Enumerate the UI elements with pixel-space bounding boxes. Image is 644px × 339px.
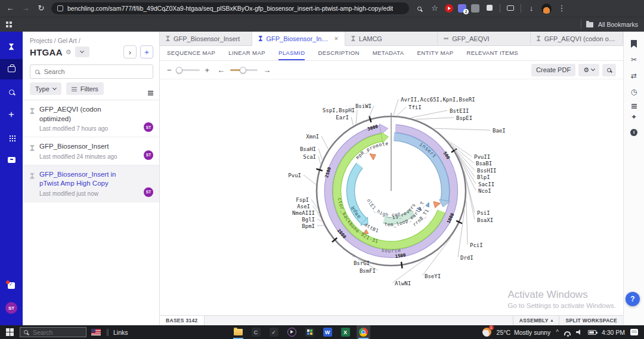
nav-apps-button[interactable] — [0, 127, 23, 147]
back-icon[interactable]: ← — [5, 3, 16, 14]
notification-center-icon[interactable] — [630, 329, 638, 335]
enzyme-label-BsmFI[interactable]: BsmFI — [360, 268, 376, 274]
enzyme-label-BsiWI[interactable]: BsiWI — [355, 103, 371, 109]
zoom-slider-knob[interactable] — [176, 67, 182, 73]
split-workspace-button[interactable]: SPLIT WORKSPACE — [559, 316, 623, 325]
view-options-button[interactable] — [148, 84, 153, 94]
sparkle-icon[interactable]: ✦ — [631, 113, 637, 121]
file-title[interactable]: GFP_AEQVI (codon optimized) — [39, 105, 128, 124]
wifi-icon[interactable] — [564, 331, 571, 335]
file-list-item-3[interactable]: GFP_Biosensor_Insert in pTwist Amp High … — [23, 165, 159, 202]
find-button[interactable] — [602, 64, 616, 76]
rotate-right-icon[interactable]: → — [263, 66, 271, 75]
breadcrumb[interactable]: Projects / Gel Art / — [30, 37, 153, 44]
reload-icon[interactable]: ↻ — [36, 3, 47, 14]
nav-projects-button[interactable] — [0, 59, 23, 79]
enzyme-label-BsrGI[interactable]: BsrGI — [354, 260, 370, 266]
view-tab-entity-map[interactable]: ENTITY MAP — [417, 46, 454, 60]
weather-icon[interactable] — [482, 328, 491, 337]
document-tab-4[interactable]: GFP_AEQVI — [438, 32, 530, 45]
enzyme-label-BssHII[interactable]: BssHII — [477, 168, 497, 174]
links-toolbar-label[interactable]: Links — [113, 329, 128, 336]
tab-capture-icon[interactable] — [505, 3, 516, 14]
enzyme-label-PciI[interactable]: PciI — [470, 242, 483, 248]
assembly-button[interactable]: ASSEMBLY▴ — [513, 316, 559, 325]
ms-store-button[interactable] — [305, 327, 315, 337]
close-tab-icon[interactable]: ✕ — [334, 36, 339, 42]
site-settings-icon[interactable] — [57, 5, 63, 11]
apps-grid-icon[interactable] — [6, 21, 12, 27]
feature-arrow-rrnB_T1[interactable] — [426, 202, 429, 207]
downloads-icon[interactable]: ↓ — [526, 3, 537, 14]
scissors-icon[interactable]: ✂ — [631, 56, 637, 64]
enzyme-label-PvuII[interactable]: PvuII — [474, 154, 490, 160]
user-avatar[interactable]: ST — [0, 298, 23, 318]
enzyme-label-AlwNI[interactable]: AlwNI — [395, 281, 411, 286]
enzyme-label-PsiI[interactable]: PsiI — [477, 210, 490, 216]
extension-youtube-icon[interactable] — [445, 4, 453, 13]
address-bar[interactable]: benchling.com/sam777/f/lib_49dCqZ0Xa9-ht… — [51, 2, 409, 14]
type-dropdown[interactable]: Type — [30, 82, 61, 95]
file-title[interactable]: GFP_Biosensor_Insert — [39, 142, 128, 152]
create-pdf-button[interactable]: Create PDF — [531, 64, 575, 76]
app-media-button[interactable]: ✓ — [269, 327, 279, 337]
view-tab-linear-map[interactable]: LINEAR MAP — [228, 46, 265, 60]
nav-create-button[interactable]: + — [0, 104, 23, 125]
feature-arrow-primer-top-left[interactable] — [370, 154, 376, 160]
map-settings-button[interactable]: ⚙ — [578, 64, 599, 76]
file-list-item-1[interactable]: GFP_AEQVI (codon optimized)Last modified… — [23, 100, 159, 137]
benchling-logo[interactable] — [0, 36, 23, 57]
enzyme-label-FspI[interactable]: FspI — [296, 197, 309, 203]
enzyme-label-XmnI[interactable]: XmnI — [306, 134, 319, 140]
search-input[interactable] — [43, 67, 148, 76]
extensions-puzzle-icon[interactable] — [484, 3, 495, 14]
word-button[interactable]: W — [323, 327, 333, 337]
app-c-button[interactable]: C — [251, 327, 261, 337]
enzyme-label-BsaBI[interactable]: BsaBI — [476, 161, 492, 167]
add-item-button[interactable]: + — [140, 45, 153, 58]
rotate-slider-knob[interactable] — [240, 67, 246, 73]
nav-inventory-button[interactable] — [0, 150, 23, 170]
enzyme-label-SacII[interactable]: SacII — [478, 181, 494, 187]
enzyme-label-BstEII[interactable]: BstEII — [450, 108, 469, 114]
document-tab-1[interactable]: GFP_Biosensor_Insert — [160, 32, 252, 45]
view-tab-metadata[interactable]: METADATA — [373, 46, 404, 60]
feature-arrow-primer-right[interactable] — [434, 202, 441, 208]
rotate-left-icon[interactable]: ← — [217, 66, 225, 75]
profile-avatar[interactable] — [541, 4, 552, 14]
help-button[interactable]: ? — [626, 292, 640, 306]
document-tab-2[interactable]: GFP_Biosensor_Insert in pT...✕ — [252, 32, 345, 46]
enzyme-label-NcoI[interactable]: NcoI — [478, 188, 491, 194]
chrome-button[interactable] — [358, 327, 369, 337]
file-list-item-2[interactable]: GFP_Biosensor_InsertLast modified 24 min… — [23, 137, 159, 165]
enzyme-label-SspI,BspHI[interactable]: SspI,BspHI — [323, 107, 355, 113]
zoom-in-icon[interactable]: + — [205, 66, 210, 75]
file-explorer-button[interactable] — [233, 327, 243, 337]
project-dropdown-button[interactable] — [75, 47, 89, 57]
enzyme-label-TfiI[interactable]: TfiI — [408, 104, 422, 110]
battery-icon[interactable] — [588, 330, 596, 335]
tray-expand-icon[interactable]: ^ — [556, 329, 559, 335]
info-icon[interactable]: i — [630, 129, 637, 136]
list-icon[interactable] — [631, 104, 637, 105]
zoom-out-icon[interactable]: − — [167, 66, 172, 75]
enzyme-label-BseYI[interactable]: BseYI — [425, 273, 441, 279]
swap-arrows-icon[interactable]: ⇄ — [631, 72, 637, 80]
view-tab-relevant-items[interactable]: RELEVANT ITEMS — [466, 46, 518, 60]
enzyme-label-BsaHI[interactable]: BsaHI — [300, 146, 316, 152]
weather-text[interactable]: 25°C Mostly sunny — [497, 329, 551, 336]
extension-2-icon[interactable] — [471, 4, 479, 13]
document-tab-3[interactable]: LAMCG — [345, 32, 438, 45]
enzyme-label-BsaXI[interactable]: BsaXI — [477, 217, 493, 223]
enzyme-label-EarI[interactable]: EarI — [336, 115, 349, 121]
speaker-icon[interactable] — [576, 329, 583, 335]
history-clock-icon[interactable]: ◷ — [631, 88, 637, 96]
filters-button[interactable]: Filters — [66, 82, 104, 95]
view-tab-sequence-map[interactable]: SEQUENCE MAP — [167, 46, 215, 60]
bookmark-icon[interactable] — [631, 40, 637, 48]
enzyme-label-BspEI[interactable]: BspEI — [456, 115, 472, 121]
taskbar-search[interactable] — [20, 327, 86, 337]
enzyme-label-NmeAIII[interactable]: NmeAIII — [292, 210, 315, 216]
start-button[interactable] — [6, 328, 14, 336]
bookmark-star-icon[interactable]: ☆ — [429, 3, 440, 14]
